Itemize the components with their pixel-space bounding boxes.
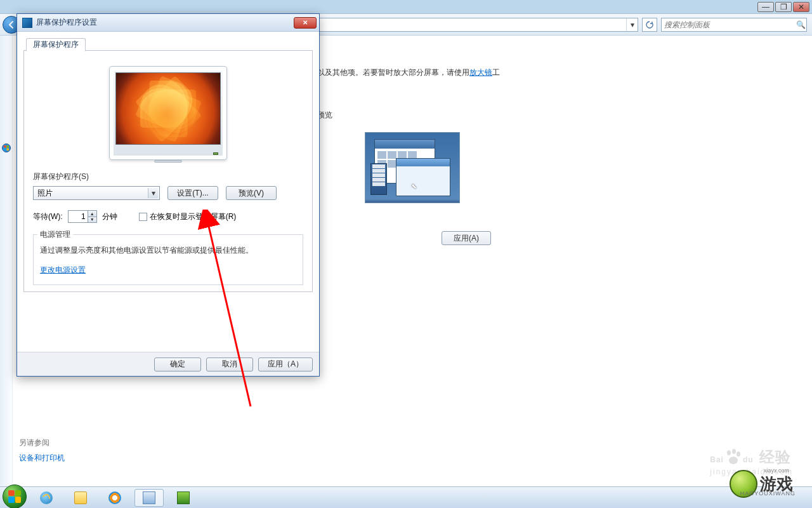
control-panel-icon — [143, 491, 155, 504]
svg-rect-4 — [7, 149, 10, 151]
start-button[interactable] — [3, 485, 27, 509]
taskbar[interactable] — [0, 486, 812, 508]
site-logo-watermark: xiayx.com 游戏 HAOYOUXIWANG — [717, 466, 806, 502]
ok-button[interactable]: 确定 — [154, 358, 201, 371]
power-description: 通过调整显示亮度和其他电源设置以节省能源或提供最佳性能。 — [40, 245, 296, 256]
close-icon: ✕ — [798, 3, 804, 11]
tab-screensaver[interactable]: 屏幕保护程序 — [26, 38, 86, 51]
screensaver-select[interactable]: 照片 ▾ — [33, 186, 160, 200]
power-group-title: 电源管理 — [37, 229, 73, 240]
wait-minutes-input[interactable] — [69, 211, 88, 222]
taskbar-control-panel[interactable] — [134, 489, 164, 507]
maximize-icon: ❐ — [780, 3, 787, 11]
screensaver-preview-monitor — [109, 66, 227, 160]
search-box[interactable]: 🔍 — [661, 18, 807, 32]
svg-rect-1 — [4, 145, 6, 148]
svg-point-0 — [3, 144, 11, 152]
dialog-icon — [22, 18, 32, 28]
address-dropdown[interactable]: ▾ — [626, 18, 638, 31]
windows-orb-icon — [2, 144, 11, 152]
resume-login-checkbox[interactable] — [139, 213, 147, 221]
devices-printers-link[interactable]: 设备和打印机 — [19, 453, 65, 464]
magnifier-link[interactable]: 放大镜 — [469, 68, 492, 77]
folder-icon — [74, 491, 87, 504]
dialog-footer: 确定 取消 应用（A） — [17, 352, 319, 376]
window-maximize-button[interactable]: ❐ — [775, 2, 792, 12]
minimize-icon: — — [762, 3, 769, 11]
spinner-down[interactable]: ▼ — [88, 217, 96, 223]
screensaver-settings-dialog: 屏幕保护程序设置 ✕ 屏幕保护程序 屏幕保护程序(S) 照片 ▾ — [16, 13, 320, 377]
resume-login-checkbox-label[interactable]: 在恢复时显示登录屏幕(R) — [139, 211, 237, 222]
spinner-up[interactable]: ▲ — [88, 211, 96, 217]
taskbar-media-player[interactable] — [100, 489, 129, 507]
window-minimize-button[interactable]: — — [757, 2, 774, 12]
wait-minutes-spinner[interactable]: ▲▼ — [68, 210, 97, 223]
display-icon — [177, 491, 190, 504]
taskbar-explorer[interactable] — [66, 489, 95, 507]
svg-rect-2 — [7, 145, 10, 148]
taskbar-ie[interactable] — [32, 489, 61, 507]
svg-point-7 — [732, 449, 736, 454]
window-close-button[interactable]: ✕ — [793, 2, 809, 12]
back-arrow-icon — [7, 20, 16, 29]
apply-button[interactable]: 应用（A） — [258, 358, 313, 371]
wait-unit: 分钟 — [102, 211, 117, 222]
svg-point-8 — [737, 451, 740, 457]
cancel-button[interactable]: 取消 — [206, 358, 253, 371]
chevron-down-icon: ▾ — [148, 188, 158, 198]
taskbar-display[interactable] — [169, 489, 198, 507]
screensaver-select-label: 屏幕保护程序(S) — [33, 171, 303, 182]
power-management-group: 电源管理 通过调整显示亮度和其他电源设置以节省能源或提供最佳性能。 更改电源设置 — [33, 234, 303, 285]
left-margin — [0, 36, 13, 486]
cursor-icon: ⬉ — [411, 182, 417, 190]
dialog-titlebar[interactable]: 屏幕保护程序设置 ✕ — [17, 14, 319, 32]
apply-button-main[interactable]: 应用(A) — [442, 231, 491, 245]
svg-rect-3 — [4, 149, 6, 151]
preview-label: 预览 — [317, 110, 787, 121]
refresh-button[interactable] — [642, 18, 657, 32]
change-power-settings-link[interactable]: 更改电源设置 — [40, 265, 86, 274]
settings-button[interactable]: 设置(T)... — [167, 186, 218, 200]
wait-label: 等待(W): — [33, 211, 63, 222]
svg-point-9 — [729, 457, 738, 464]
refresh-icon — [646, 21, 653, 29]
dialog-close-button[interactable]: ✕ — [294, 17, 317, 29]
media-player-icon — [108, 491, 121, 504]
preview-button[interactable]: 预览(V) — [226, 186, 277, 200]
tab-strip: 屏幕保护程序 — [23, 37, 313, 51]
ie-icon — [40, 491, 53, 504]
description-text: 以及其他项。若要暂时放大部分屏幕，请使用放大镜工 — [317, 67, 787, 78]
theme-preview-monitor: ⬉ — [365, 132, 460, 203]
dialog-title: 屏幕保护程序设置 — [36, 17, 294, 28]
svg-point-6 — [727, 450, 731, 455]
search-icon: 🔍 — [795, 20, 806, 29]
see-also-label: 另请参阅 — [19, 438, 49, 448]
search-input[interactable] — [662, 20, 795, 29]
flower-image — [116, 73, 220, 144]
screensaver-selected-value: 照片 — [37, 188, 53, 199]
